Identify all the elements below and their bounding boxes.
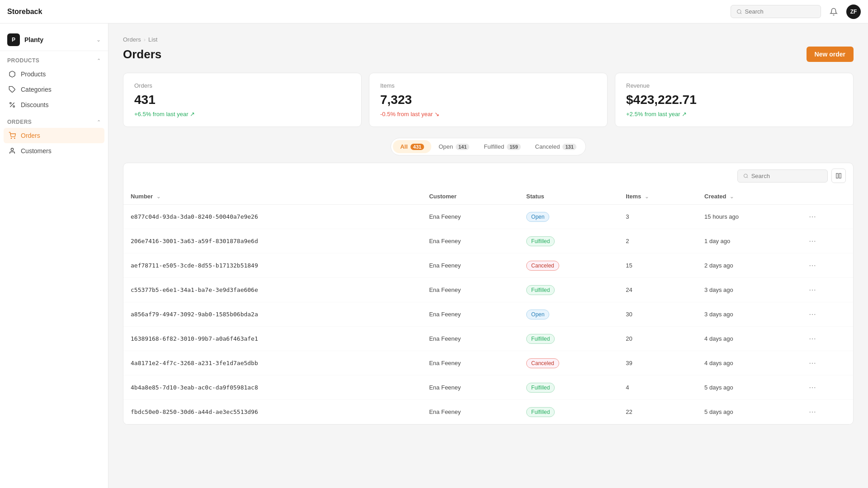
tag-icon bbox=[8, 85, 16, 94]
cart-icon bbox=[8, 131, 16, 140]
sidebar-discounts-label: Discounts bbox=[21, 101, 48, 108]
cell-status: Fulfilled bbox=[519, 375, 618, 400]
cell-items: 30 bbox=[618, 302, 697, 327]
tab-fulfilled[interactable]: Fulfilled 159 bbox=[476, 140, 528, 153]
table-row[interactable]: 206e7416-3001-3a63-a59f-8301878a9e6d Ena… bbox=[123, 229, 853, 253]
main-content: Orders › List Orders New order Orders 43… bbox=[108, 23, 868, 488]
new-order-button[interactable]: New order bbox=[807, 47, 854, 62]
svg-point-3 bbox=[10, 103, 11, 104]
cell-items: 15 bbox=[618, 253, 697, 278]
cell-items: 39 bbox=[618, 351, 697, 375]
percent-icon bbox=[8, 101, 16, 109]
stat-revenue-value: $423,222.71 bbox=[626, 93, 842, 107]
table-row[interactable]: c55377b5-e6e1-34a1-ba7e-3e9d3fae606e Ena… bbox=[123, 278, 853, 302]
table-row[interactable]: 4b4a8e85-7d10-3eab-ac0c-da9f05981ac8 Ena… bbox=[123, 375, 853, 400]
row-more-button[interactable]: ⋯ bbox=[807, 357, 818, 369]
col-actions bbox=[800, 188, 853, 205]
stat-card-items: Items 7,323 -0.5% from last year ↘ bbox=[369, 73, 608, 127]
stat-revenue-change: +2.5% from last year ↗ bbox=[626, 111, 842, 117]
table-row[interactable]: aef78711-e505-3cde-8d55-b17132b51849 Ena… bbox=[123, 253, 853, 278]
search-input[interactable] bbox=[745, 8, 815, 15]
cell-order-id: c55377b5-e6e1-34a1-ba7e-3e9d3fae606e bbox=[123, 278, 422, 302]
sidebar-item-customers[interactable]: Customers bbox=[4, 143, 104, 159]
table-row[interactable]: a856af79-4947-3092-9ab0-1585b06bda2a Ena… bbox=[123, 302, 853, 327]
cell-customer: Ena Feeney bbox=[422, 278, 519, 302]
tab-fulfilled-count: 159 bbox=[507, 144, 520, 150]
sidebar-orders-label: Orders bbox=[21, 132, 40, 139]
table-search-input[interactable] bbox=[751, 173, 822, 179]
cell-customer: Ena Feeney bbox=[422, 229, 519, 253]
cell-actions: ⋯ bbox=[800, 400, 853, 424]
row-more-button[interactable]: ⋯ bbox=[807, 235, 818, 247]
table-row[interactable]: e877c04d-93da-3da0-8240-50040a7e9e26 Ena… bbox=[123, 205, 853, 229]
cell-status: Canceled bbox=[519, 351, 618, 375]
svg-point-4 bbox=[13, 106, 14, 107]
svg-point-8 bbox=[744, 174, 747, 178]
stat-items-value: 7,323 bbox=[380, 93, 596, 107]
table-search-container bbox=[737, 169, 828, 183]
col-created[interactable]: Created ⌄ bbox=[697, 188, 800, 205]
sidebar-item-categories[interactable]: Categories bbox=[4, 82, 104, 97]
sidebar-item-discounts[interactable]: Discounts bbox=[4, 97, 104, 113]
cell-order-id: 4b4a8e85-7d10-3eab-ac0c-da9f05981ac8 bbox=[123, 375, 422, 400]
sidebar-products-section: Products ⌃ Products Categories Discount bbox=[0, 55, 108, 113]
store-chevron-icon: ⌄ bbox=[96, 37, 101, 43]
cell-created: 4 days ago bbox=[697, 327, 800, 351]
products-section-chevron-icon: ⌃ bbox=[97, 58, 101, 64]
col-customer: Customer bbox=[422, 188, 519, 205]
cell-created: 2 days ago bbox=[697, 253, 800, 278]
number-sort-icon: ⌄ bbox=[156, 194, 160, 199]
user-avatar[interactable]: ZF bbox=[846, 5, 861, 19]
stat-items-label: Items bbox=[380, 82, 596, 89]
table-row[interactable]: 4a8171e2-4f7c-3268-a231-3fe1d7ae5dbb Ena… bbox=[123, 351, 853, 375]
cell-actions: ⋯ bbox=[800, 327, 853, 351]
search-icon bbox=[736, 9, 742, 15]
row-more-button[interactable]: ⋯ bbox=[807, 333, 818, 345]
columns-toggle-button[interactable] bbox=[831, 169, 846, 183]
orders-section-header[interactable]: Orders ⌃ bbox=[4, 116, 104, 128]
sidebar-item-products[interactable]: Products bbox=[4, 66, 104, 82]
row-more-button[interactable]: ⋯ bbox=[807, 284, 818, 296]
stat-revenue-label: Revenue bbox=[626, 82, 842, 89]
row-more-button[interactable]: ⋯ bbox=[807, 381, 818, 394]
tab-canceled[interactable]: Canceled 131 bbox=[528, 140, 584, 153]
breadcrumb-parent[interactable]: Orders bbox=[123, 36, 141, 43]
brand-logo: Storeback bbox=[7, 8, 42, 16]
table-toolbar bbox=[123, 163, 853, 188]
cell-order-id: 4a8171e2-4f7c-3268-a231-3fe1d7ae5dbb bbox=[123, 351, 422, 375]
cell-status: Fulfilled bbox=[519, 278, 618, 302]
cell-status: Fulfilled bbox=[519, 229, 618, 253]
tab-all[interactable]: All 431 bbox=[393, 140, 431, 153]
sidebar-item-orders[interactable]: Orders bbox=[4, 128, 104, 143]
cell-order-id: a856af79-4947-3092-9ab0-1585b06bda2a bbox=[123, 302, 422, 327]
cell-created: 3 days ago bbox=[697, 278, 800, 302]
tab-open[interactable]: Open 141 bbox=[431, 140, 476, 153]
col-items[interactable]: Items ⌄ bbox=[618, 188, 697, 205]
store-selector[interactable]: P Planty ⌄ bbox=[0, 29, 108, 51]
cell-items: 24 bbox=[618, 278, 697, 302]
cell-actions: ⋯ bbox=[800, 229, 853, 253]
row-more-button[interactable]: ⋯ bbox=[807, 211, 818, 223]
col-number[interactable]: Number ⌄ bbox=[123, 188, 422, 205]
row-more-button[interactable]: ⋯ bbox=[807, 308, 818, 320]
row-more-button[interactable]: ⋯ bbox=[807, 259, 818, 272]
cell-status: Fulfilled bbox=[519, 400, 618, 424]
tab-canceled-label: Canceled bbox=[535, 143, 560, 150]
svg-point-7 bbox=[11, 148, 13, 150]
cell-actions: ⋯ bbox=[800, 302, 853, 327]
cell-items: 2 bbox=[618, 229, 697, 253]
sidebar: P Planty ⌄ Products ⌃ Products Categorie… bbox=[0, 0, 108, 488]
table-row[interactable]: fbdc50e0-8250-30d6-a44d-ae3ec5513d96 Ena… bbox=[123, 400, 853, 424]
svg-rect-10 bbox=[839, 174, 841, 178]
table-row[interactable]: 16389168-6f82-3010-99b7-a0a6f463afe1 Ena… bbox=[123, 327, 853, 351]
products-section-header[interactable]: Products ⌃ bbox=[4, 55, 104, 66]
stat-orders-label: Orders bbox=[134, 82, 350, 89]
cell-customer: Ena Feeney bbox=[422, 253, 519, 278]
sidebar-categories-label: Categories bbox=[21, 86, 52, 93]
cell-created: 4 days ago bbox=[697, 351, 800, 375]
cell-status: Canceled bbox=[519, 253, 618, 278]
cell-created: 15 hours ago bbox=[697, 205, 800, 229]
row-more-button[interactable]: ⋯ bbox=[807, 406, 818, 418]
cell-customer: Ena Feeney bbox=[422, 205, 519, 229]
notifications-button[interactable] bbox=[826, 5, 841, 19]
